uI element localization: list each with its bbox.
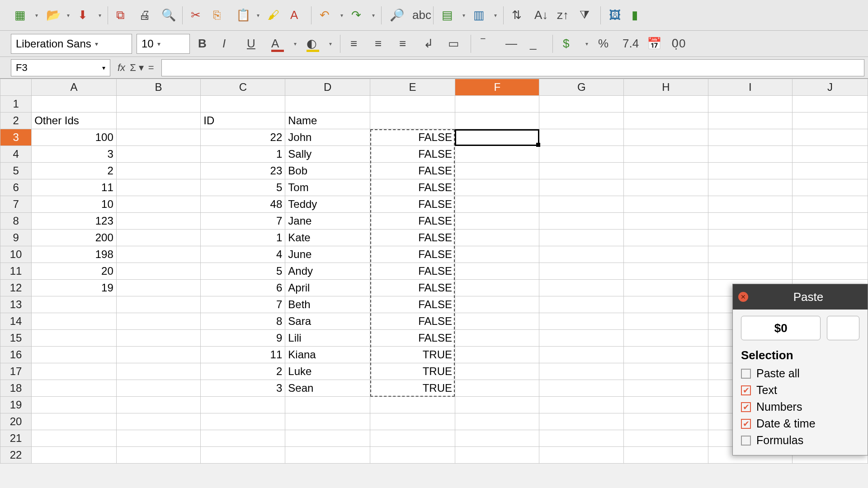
sort-desc-icon[interactable]: z↑ — [553, 5, 573, 25]
align-left-icon[interactable]: ≡ — [347, 34, 367, 54]
cell-C21[interactable] — [201, 430, 285, 447]
row-header-7[interactable]: 7 — [0, 196, 32, 213]
cell-J7[interactable] — [793, 196, 868, 213]
row-header-17[interactable]: 17 — [0, 363, 32, 380]
row-header-21[interactable]: 21 — [0, 430, 32, 447]
chevron-down-icon[interactable]: ▾ — [339, 12, 345, 19]
cell-D15[interactable]: Lili — [285, 330, 370, 347]
cell-F6[interactable] — [455, 179, 539, 196]
row-header-19[interactable]: 19 — [0, 397, 32, 413]
cell-B14[interactable] — [116, 313, 201, 330]
col-header-H[interactable]: H — [624, 79, 708, 96]
currency-icon[interactable]: $ — [559, 34, 579, 54]
cell-H6[interactable] — [624, 179, 708, 196]
cell-E13[interactable]: FALSE — [370, 296, 455, 313]
close-icon[interactable]: ✕ — [738, 292, 748, 302]
cell-E9[interactable]: FALSE — [370, 230, 455, 246]
row-header-18[interactable]: 18 — [0, 380, 32, 397]
cell-E7[interactable]: FALSE — [370, 196, 455, 213]
cell-E8[interactable]: FALSE — [370, 213, 455, 230]
cell-D6[interactable]: Tom — [285, 179, 370, 196]
cell-I4[interactable] — [708, 146, 792, 163]
cell-A4[interactable]: 3 — [32, 146, 117, 163]
preset-values-button[interactable]: $0 — [741, 316, 821, 340]
cell-F20[interactable] — [455, 413, 539, 430]
cell-D1[interactable] — [285, 96, 370, 113]
cell-F4[interactable] — [455, 146, 539, 163]
fx-icon[interactable]: fx — [118, 58, 125, 78]
cell-A3[interactable]: 100 — [32, 129, 117, 146]
row-header-9[interactable]: 9 — [0, 230, 32, 246]
cell-D8[interactable]: Jane — [285, 213, 370, 230]
cell-F2[interactable] — [455, 113, 539, 129]
cell-H4[interactable] — [624, 146, 708, 163]
cell-E4[interactable]: FALSE — [370, 146, 455, 163]
row-header-22[interactable]: 22 — [0, 447, 32, 464]
formula-input[interactable] — [161, 59, 864, 76]
cell-G3[interactable] — [539, 129, 624, 146]
cell-I11[interactable] — [708, 263, 792, 280]
cell-F11[interactable] — [455, 263, 539, 280]
cell-D18[interactable]: Sean — [285, 380, 370, 397]
dialog-titlebar[interactable]: ✕ Paste — [733, 284, 868, 310]
chevron-down-icon[interactable]: ▾ — [292, 41, 298, 47]
cell-A17[interactable] — [32, 363, 117, 380]
spellcheck-icon[interactable]: abc — [409, 5, 429, 25]
checkbox-icon[interactable]: ✔ — [741, 385, 751, 395]
paste-icon[interactable]: 📋 — [232, 5, 252, 25]
italic-icon[interactable]: I — [219, 34, 239, 54]
cell-E22[interactable] — [370, 447, 455, 464]
percent-icon[interactable]: % — [594, 34, 614, 54]
equals-icon[interactable]: = — [148, 58, 154, 78]
cell-C9[interactable]: 1 — [201, 230, 285, 246]
paste-option-numbers[interactable]: ✔ Numbers — [741, 400, 859, 413]
cell-B11[interactable] — [116, 263, 201, 280]
cell-J3[interactable] — [793, 129, 868, 146]
cell-B18[interactable] — [116, 380, 201, 397]
save-icon[interactable]: ⬇ — [74, 5, 94, 25]
row-header-13[interactable]: 13 — [0, 296, 32, 313]
cell-A12[interactable]: 19 — [32, 280, 117, 296]
cell-F22[interactable] — [455, 447, 539, 464]
cell-J1[interactable] — [793, 96, 868, 113]
name-box[interactable]: F3 ▾ — [11, 59, 110, 76]
cell-A16[interactable] — [32, 347, 117, 363]
cell-F12[interactable] — [455, 280, 539, 296]
cell-A10[interactable]: 198 — [32, 246, 117, 263]
valign-bot-icon[interactable]: _ — [526, 34, 546, 54]
font-size-combo[interactable]: 10 ▾ — [137, 34, 190, 54]
cell-E18[interactable]: TRUE — [370, 380, 455, 397]
cell-D7[interactable]: Teddy — [285, 196, 370, 213]
cell-E11[interactable]: FALSE — [370, 263, 455, 280]
cell-A11[interactable]: 20 — [32, 263, 117, 280]
cell-B19[interactable] — [116, 397, 201, 413]
cell-F8[interactable] — [455, 213, 539, 230]
cell-J11[interactable] — [793, 263, 868, 280]
cell-H14[interactable] — [624, 313, 708, 330]
chevron-down-icon[interactable]: ▾ — [492, 12, 499, 19]
align-center-icon[interactable]: ≡ — [371, 34, 391, 54]
valign-top-icon[interactable]: ‾ — [477, 34, 497, 54]
cell-E1[interactable] — [370, 96, 455, 113]
cell-H19[interactable] — [624, 397, 708, 413]
col-header-C[interactable]: C — [201, 79, 285, 96]
cell-H15[interactable] — [624, 330, 708, 347]
cell-J8[interactable] — [793, 213, 868, 230]
cell-H8[interactable] — [624, 213, 708, 230]
cell-E10[interactable]: FALSE — [370, 246, 455, 263]
cell-C2[interactable]: ID — [201, 113, 285, 129]
merge-icon[interactable]: ▭ — [444, 34, 464, 54]
cell-H13[interactable] — [624, 296, 708, 313]
cell-G4[interactable] — [539, 146, 624, 163]
cell-F17[interactable] — [455, 363, 539, 380]
cell-E6[interactable]: FALSE — [370, 179, 455, 196]
cell-G10[interactable] — [539, 246, 624, 263]
cell-H1[interactable] — [624, 96, 708, 113]
cell-E5[interactable]: FALSE — [370, 163, 455, 179]
cell-B17[interactable] — [116, 363, 201, 380]
cell-G9[interactable] — [539, 230, 624, 246]
cell-B1[interactable] — [116, 96, 201, 113]
cell-J4[interactable] — [793, 146, 868, 163]
row-header-15[interactable]: 15 — [0, 330, 32, 347]
cell-D20[interactable] — [285, 413, 370, 430]
